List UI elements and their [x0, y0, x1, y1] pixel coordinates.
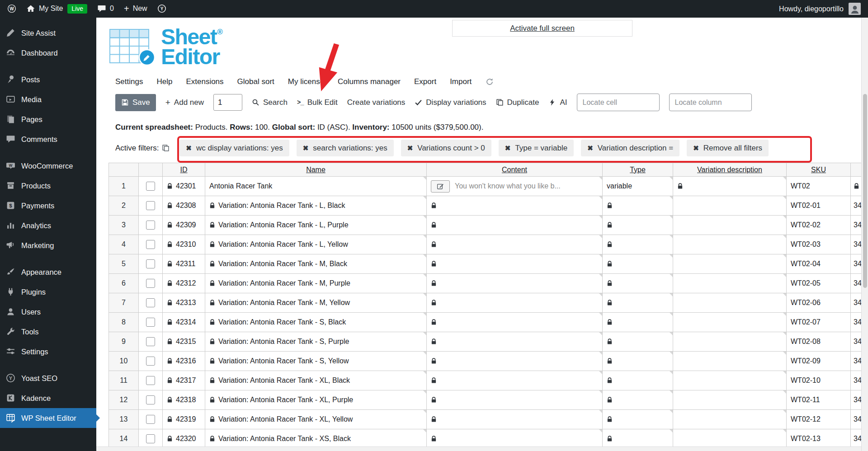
row-checkbox[interactable] [146, 357, 155, 366]
cell-content[interactable] [427, 235, 603, 254]
sidebar-item-plugins[interactable]: Plugins [0, 282, 96, 302]
plugin-menu-help[interactable]: Help [156, 77, 172, 86]
cell-id[interactable]: 42314 [163, 313, 205, 332]
filter-chip-search-variations-yes[interactable]: ✖search variations: yes [297, 140, 394, 156]
yoast-admin-bar-icon[interactable]: Y [157, 4, 166, 13]
horizontal-scrollbar[interactable] [96, 446, 861, 451]
cell-type[interactable] [603, 390, 673, 410]
row-number[interactable]: 4 [109, 235, 139, 254]
cell-sku[interactable]: WT02-12 [787, 410, 851, 429]
cell-variation-description[interactable] [673, 390, 787, 410]
cell-type[interactable] [603, 274, 673, 293]
admin-bar-new-button[interactable]: + New [124, 4, 147, 13]
cell-extra[interactable]: 34 [851, 274, 862, 293]
cell-content[interactable] [427, 293, 603, 313]
cell-content[interactable] [427, 332, 603, 352]
row-number[interactable]: 1 [109, 177, 139, 196]
sidebar-item-analytics[interactable]: Analytics [0, 216, 96, 235]
cell-name[interactable]: Variation: Antonia Racer Tank - XS, Blac… [205, 429, 427, 449]
row-number[interactable]: 8 [109, 313, 139, 332]
cell-variation-description[interactable] [673, 410, 787, 429]
cell-content[interactable] [427, 196, 603, 216]
cell-content[interactable] [427, 371, 603, 390]
ai-button[interactable]: AI [548, 98, 567, 107]
cell-extra[interactable]: 34 [851, 429, 862, 449]
row-checkbox[interactable] [146, 434, 155, 443]
cell-type[interactable] [603, 332, 673, 352]
cell-id[interactable]: 42316 [163, 352, 205, 371]
cell-content[interactable] [427, 352, 603, 371]
cell-extra[interactable]: 34 [851, 332, 862, 352]
cell-type[interactable] [603, 352, 673, 371]
sidebar-item-kadence[interactable]: Kadence [0, 388, 96, 408]
cell-type[interactable] [603, 235, 673, 254]
cell-id[interactable]: 42311 [163, 254, 205, 274]
cell-sku[interactable]: WT02-05 [787, 274, 851, 293]
open-text-editor-button[interactable] [431, 180, 450, 193]
row-checkbox[interactable] [146, 221, 155, 230]
sidebar-item-woocommerce[interactable]: WWooCommerce [0, 156, 96, 176]
sidebar-item-comments[interactable]: Comments [0, 129, 96, 149]
cell-extra[interactable]: 34 [851, 313, 862, 332]
add-count-input[interactable] [213, 94, 242, 111]
cell-name[interactable]: Variation: Antonia Racer Tank - M, Black [205, 254, 427, 274]
scrollbar-thumb[interactable] [863, 94, 867, 288]
save-button[interactable]: Save [115, 94, 156, 111]
cell-id[interactable]: 42320 [163, 429, 205, 449]
cell-id[interactable]: 42301 [163, 177, 205, 196]
cell-type[interactable] [603, 293, 673, 313]
cell-name[interactable]: Antonia Racer Tank [205, 177, 427, 196]
create-variations-button[interactable]: Create variations [347, 98, 406, 107]
activate-fullscreen-link[interactable]: Activate full screen [510, 24, 575, 33]
plugin-menu-export[interactable]: Export [414, 77, 436, 86]
cell-extra[interactable]: 34 [851, 390, 862, 410]
cell-extra[interactable]: 34 [851, 254, 862, 274]
cell-sku[interactable]: WT02-08 [787, 332, 851, 352]
cell-id[interactable]: 42308 [163, 196, 205, 216]
cell-sku[interactable]: WT02-09 [787, 352, 851, 371]
cell-name[interactable]: Variation: Antonia Racer Tank - S, Black [205, 313, 427, 332]
cell-type[interactable] [603, 216, 673, 235]
cell-variation-description[interactable] [673, 196, 787, 216]
row-number[interactable]: 12 [109, 390, 139, 410]
filter-chip-wc-display-variations-yes[interactable]: ✖wc display variations: yes [179, 140, 289, 156]
row-checkbox[interactable] [146, 240, 155, 249]
cell-content[interactable] [427, 313, 603, 332]
cell-name[interactable]: Variation: Antonia Racer Tank - XL, Purp… [205, 390, 427, 410]
sidebar-item-dashboard[interactable]: Dashboard [0, 43, 96, 63]
cell-extra[interactable]: 34 [851, 371, 862, 390]
cell-sku[interactable]: WT02-11 [787, 390, 851, 410]
cell-id[interactable]: 42318 [163, 390, 205, 410]
cell-sku[interactable]: WT02 [787, 177, 851, 196]
cell-content[interactable]: You won't know what you like b... [427, 177, 603, 196]
cell-extra[interactable]: 34 [851, 216, 862, 235]
cell-variation-description[interactable] [673, 177, 787, 196]
remove-all-filters-chip[interactable]: ✖Remove all filters [687, 140, 769, 156]
cell-id[interactable]: 42315 [163, 332, 205, 352]
cell-name[interactable]: Variation: Antonia Racer Tank - M, Purpl… [205, 274, 427, 293]
row-number[interactable]: 7 [109, 293, 139, 313]
sidebar-item-media[interactable]: Media [0, 89, 96, 109]
cell-sku[interactable]: WT02-04 [787, 254, 851, 274]
sidebar-item-users[interactable]: Users [0, 302, 96, 322]
cell-content[interactable] [427, 216, 603, 235]
row-number[interactable]: 14 [109, 429, 139, 449]
plugin-menu-extensions[interactable]: Extensions [186, 77, 223, 86]
sidebar-item-site-assist[interactable]: Site Assist [0, 23, 96, 43]
row-number[interactable]: 11 [109, 371, 139, 390]
cell-type[interactable]: variable [603, 177, 673, 196]
cell-id[interactable]: 42312 [163, 274, 205, 293]
cell-type[interactable] [603, 196, 673, 216]
cell-variation-description[interactable] [673, 332, 787, 352]
wordpress-logo-icon[interactable]: W [7, 4, 16, 13]
sidebar-item-tools[interactable]: Tools [0, 322, 96, 342]
plugin-menu-my-license[interactable]: My license [288, 77, 324, 86]
cell-id[interactable]: 42319 [163, 410, 205, 429]
cell-name[interactable]: Variation: Antonia Racer Tank - XL, Blac… [205, 371, 427, 390]
cell-variation-description[interactable] [673, 274, 787, 293]
cell-content[interactable] [427, 429, 603, 449]
cell-id[interactable]: 42309 [163, 216, 205, 235]
cell-content[interactable] [427, 410, 603, 429]
filter-chip-variation-description[interactable]: ✖Variation description = [581, 140, 679, 156]
column-header-variation-description[interactable]: Variation description [673, 163, 787, 177]
